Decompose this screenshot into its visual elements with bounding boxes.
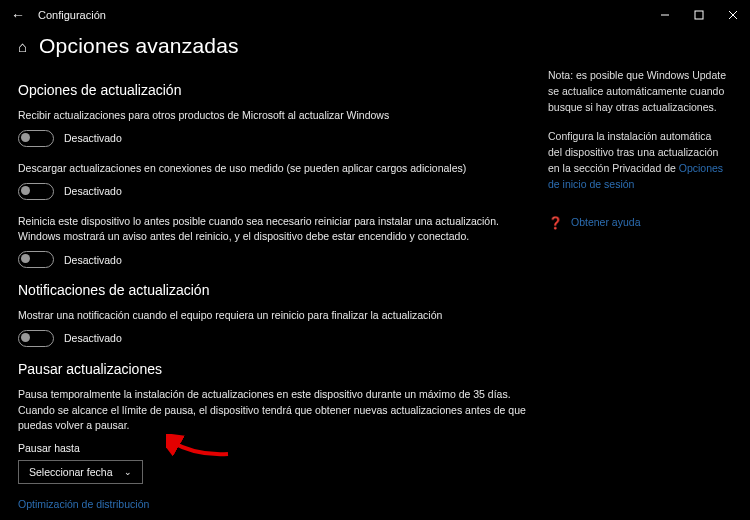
section-update-options-title: Opciones de actualización bbox=[18, 82, 528, 98]
toggle-receive-other-products[interactable] bbox=[18, 130, 54, 147]
link-delivery-optimization[interactable]: Optimización de distribución bbox=[18, 498, 528, 510]
pause-until-label: Pausar hasta bbox=[18, 442, 528, 454]
toggle-metered-download[interactable] bbox=[18, 183, 54, 200]
toggle-restart-asap-state: Desactivado bbox=[64, 254, 122, 266]
pause-date-dropdown[interactable]: Seleccionar fecha ⌄ bbox=[18, 460, 143, 484]
minimize-button[interactable] bbox=[648, 0, 682, 30]
chevron-down-icon: ⌄ bbox=[124, 467, 132, 477]
section-pause-title: Pausar actualizaciones bbox=[18, 361, 528, 377]
toggle-restart-asap[interactable] bbox=[18, 251, 54, 268]
toggle-metered-download-state: Desactivado bbox=[64, 185, 122, 197]
help-icon: ❓ bbox=[548, 214, 563, 232]
pause-desc: Pausa temporalmente la instalación de ac… bbox=[18, 387, 528, 434]
option-restart-asap-desc: Reinicia este dispositivo lo antes posib… bbox=[18, 214, 528, 246]
sidebar-configure-text: Configura la instalación automática del … bbox=[548, 129, 728, 192]
page-title: Opciones avanzadas bbox=[39, 34, 239, 58]
app-title: Configuración bbox=[38, 9, 106, 21]
link-get-help[interactable]: Obtener ayuda bbox=[571, 215, 640, 231]
option-restart-notification-desc: Mostrar una notificación cuando el equip… bbox=[18, 308, 528, 324]
svg-rect-1 bbox=[695, 11, 703, 19]
home-icon[interactable]: ⌂ bbox=[18, 38, 27, 55]
option-metered-download-desc: Descargar actualizaciones en conexiones … bbox=[18, 161, 528, 177]
toggle-restart-notification-state: Desactivado bbox=[64, 332, 122, 344]
close-button[interactable] bbox=[716, 0, 750, 30]
back-button[interactable]: ← bbox=[10, 7, 26, 23]
pause-date-value: Seleccionar fecha bbox=[29, 466, 112, 478]
section-notifications-title: Notificaciones de actualización bbox=[18, 282, 528, 298]
option-receive-other-products-desc: Recibir actualizaciones para otros produ… bbox=[18, 108, 528, 124]
toggle-restart-notification[interactable] bbox=[18, 330, 54, 347]
maximize-button[interactable] bbox=[682, 0, 716, 30]
sidebar-note: Nota: es posible que Windows Update se a… bbox=[548, 68, 728, 115]
toggle-receive-other-products-state: Desactivado bbox=[64, 132, 122, 144]
